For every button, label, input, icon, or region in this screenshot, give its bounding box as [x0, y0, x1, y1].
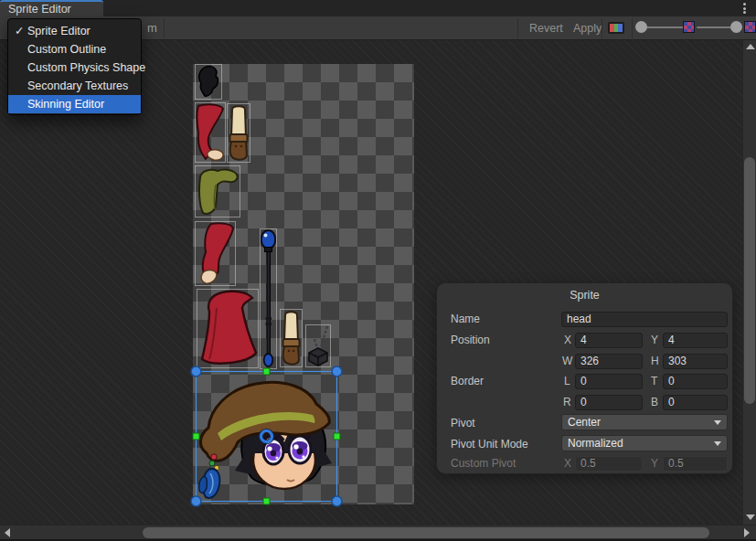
- horizontal-scrollbar[interactable]: [0, 525, 756, 539]
- x-label: X: [564, 333, 575, 348]
- position-label: Position: [451, 333, 490, 348]
- zoom-slider-track[interactable]: [643, 27, 684, 28]
- custom-pivot-y-label: Y: [651, 456, 662, 472]
- y-label: Y: [651, 333, 662, 348]
- rgb-alpha-toggle-icon[interactable]: [608, 22, 624, 34]
- panel-title: Sprite: [437, 289, 732, 302]
- toolbar-divider: [602, 18, 602, 38]
- toolbar-divider: [632, 18, 633, 38]
- b-label: B: [651, 395, 662, 410]
- sprite-rect-pendant[interactable]: [305, 324, 331, 367]
- scarf-art: [196, 166, 240, 217]
- pivot-label: Pivot: [451, 416, 475, 431]
- mip-high-icon: [744, 21, 756, 33]
- vertical-scrollbar[interactable]: [742, 40, 756, 525]
- pivot-unit-mode-label: Pivot Unit Mode: [451, 437, 528, 452]
- arm-sleeve-art: [196, 222, 235, 285]
- hair-tuft-art: [196, 65, 221, 99]
- tab-label: Sprite Editor: [8, 3, 71, 16]
- mip-low-icon: [683, 21, 695, 33]
- sprite-rect-arm-upper[interactable]: [195, 102, 226, 163]
- scroll-left-icon[interactable]: [5, 528, 10, 537]
- chevron-down-icon: [714, 420, 721, 425]
- menu-item-custom-physics-shape[interactable]: Custom Physics Shape: [8, 58, 141, 77]
- checkmark-icon: ✓: [15, 22, 26, 40]
- t-label: T: [651, 374, 662, 389]
- sprite-rect-staff[interactable]: [260, 228, 277, 369]
- position-w-input[interactable]: 326: [575, 354, 643, 369]
- scroll-down-icon[interactable]: [746, 514, 755, 520]
- h-label: H: [651, 354, 662, 369]
- mip-slider-track[interactable]: [697, 27, 733, 28]
- corner-handles: [191, 366, 342, 506]
- vertical-scrollbar-thumb[interactable]: [744, 157, 755, 404]
- menu-item-skinning-editor[interactable]: Skinning Editor: [8, 95, 141, 113]
- edge-handles: [193, 368, 340, 504]
- sprite-rect-arm-sleeve[interactable]: [195, 221, 236, 286]
- mip-slider-handle[interactable]: [730, 21, 742, 33]
- sprite-rect-boot-left[interactable]: [280, 309, 303, 367]
- name-input[interactable]: head: [561, 312, 728, 327]
- sprite-selection-overlay[interactable]: [187, 363, 345, 509]
- sprite-rect-hair-tuft[interactable]: [195, 64, 222, 100]
- position-y-input[interactable]: 4: [663, 333, 728, 348]
- custom-pivot-label: Custom Pivot: [451, 456, 516, 472]
- sprite-editor-window: Sprite Editor m Revert Apply: [0, 0, 756, 541]
- sprite-editor-mode-menu: ✓ Sprite Editor Custom Outline Custom Ph…: [7, 18, 142, 115]
- scroll-right-icon[interactable]: [744, 528, 750, 537]
- w-label: W: [562, 354, 573, 369]
- l-label: L: [564, 374, 575, 389]
- sprite-inspector-panel: Sprite Name head Position X 4 Y 4 W 326 …: [436, 282, 733, 474]
- name-label: Name: [451, 312, 480, 327]
- tab-sprite-editor[interactable]: Sprite Editor: [0, 0, 103, 16]
- pivot-unit-mode-select[interactable]: Normalized: [561, 435, 728, 451]
- boot-left-art: [281, 310, 302, 366]
- toolbar-divider: [164, 18, 165, 38]
- sprite-rect-scarf[interactable]: [195, 165, 240, 217]
- border-t-input[interactable]: 0: [663, 374, 728, 389]
- boot-right-art: [228, 104, 250, 162]
- border-b-input[interactable]: 0: [663, 395, 728, 410]
- clipped-trim-button[interactable]: m: [147, 21, 157, 35]
- pendant-art: [306, 325, 330, 366]
- sprite-rect-boot-right[interactable]: [227, 103, 250, 163]
- scroll-up-icon[interactable]: [746, 44, 755, 49]
- position-h-input[interactable]: 303: [663, 354, 728, 369]
- menu-item-secondary-textures[interactable]: Secondary Textures: [8, 77, 141, 95]
- horizontal-scrollbar-thumb[interactable]: [143, 527, 709, 538]
- window-menu-icon[interactable]: [739, 2, 750, 15]
- apply-button[interactable]: Apply: [562, 16, 612, 40]
- custom-pivot-y-input: 0.5: [663, 456, 728, 472]
- border-l-input[interactable]: 0: [575, 374, 643, 389]
- pivot-select[interactable]: Center: [561, 414, 728, 430]
- custom-pivot-x-input: 0.5: [575, 456, 643, 472]
- r-label: R: [563, 395, 574, 410]
- border-label: Border: [451, 374, 484, 389]
- border-r-input[interactable]: 0: [575, 395, 643, 410]
- arm-upper-art: [196, 103, 225, 162]
- title-bar: Sprite Editor: [0, 0, 756, 16]
- chevron-down-icon: [714, 441, 721, 446]
- robe-art: [197, 290, 258, 367]
- menu-item-custom-outline[interactable]: Custom Outline: [8, 40, 141, 58]
- staff-art: [261, 229, 276, 368]
- custom-pivot-x-label: X: [564, 456, 575, 472]
- menu-item-sprite-editor[interactable]: ✓ Sprite Editor: [8, 22, 141, 40]
- zoom-slider-handle[interactable]: [635, 21, 647, 33]
- position-x-input[interactable]: 4: [575, 333, 643, 348]
- sprite-rect-robe[interactable]: [197, 289, 259, 368]
